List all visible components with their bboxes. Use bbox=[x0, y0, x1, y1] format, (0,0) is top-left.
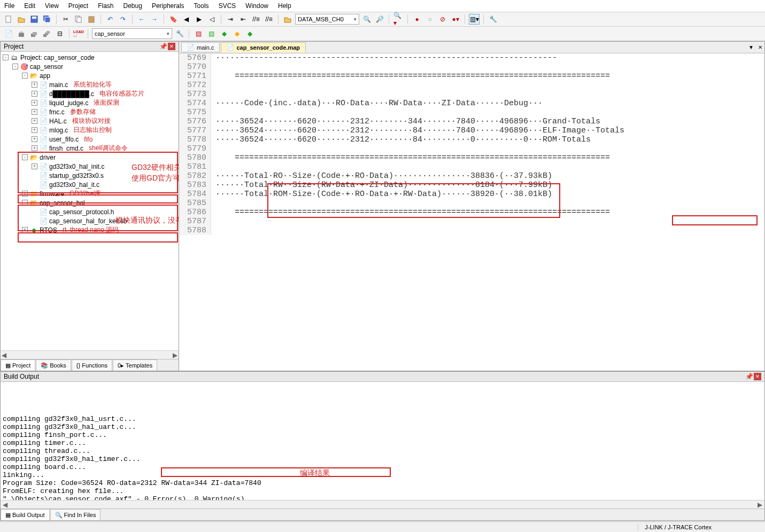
search-combo[interactable]: DATA_MSB_CH0 bbox=[295, 14, 359, 25]
menu-peripherals[interactable]: Peripherals bbox=[152, 2, 184, 10]
project-root[interactable]: Project: cap_sensor_code bbox=[20, 54, 95, 61]
project-tree[interactable]: -🗂Project: cap_sensor_code -🎯cap_sensor … bbox=[1, 52, 179, 350]
tree-toggle-icon[interactable]: - bbox=[22, 73, 28, 79]
menu-tools[interactable]: Tools bbox=[194, 2, 209, 10]
bookmark-set-icon[interactable]: 🔖 bbox=[168, 14, 179, 25]
find-next-icon[interactable]: 🔍 bbox=[361, 14, 372, 25]
breakpoint-kill-all-icon[interactable]: ●▾ bbox=[450, 14, 461, 25]
menu-file[interactable]: File bbox=[4, 2, 14, 10]
menu-debug[interactable]: Debug bbox=[123, 2, 142, 10]
target-options-icon[interactable]: 🔧 bbox=[174, 28, 185, 39]
tab-templates[interactable]: 0▸Templates bbox=[113, 359, 157, 371]
nav-back-icon[interactable]: ← bbox=[136, 14, 147, 25]
tree-toggle-icon[interactable]: - bbox=[22, 154, 28, 160]
pin-icon[interactable]: 📌 bbox=[159, 43, 167, 50]
tree-toggle-icon[interactable]: + bbox=[22, 227, 28, 233]
menu-help[interactable]: Help bbox=[278, 2, 291, 10]
target-node[interactable]: cap_sensor bbox=[30, 63, 63, 71]
pin-icon[interactable]: 📌 bbox=[745, 373, 753, 380]
file-gd32-hal-it-c[interactable]: gd32f3x0_hal_it.c bbox=[49, 181, 99, 189]
build-hscroll[interactable]: ◀▶ bbox=[1, 500, 764, 508]
find-in-files-icon[interactable] bbox=[282, 14, 293, 25]
close-panel-icon[interactable]: ✕ bbox=[754, 373, 761, 380]
close-panel-icon[interactable]: ✕ bbox=[168, 43, 175, 50]
tree-toggle-icon[interactable]: + bbox=[32, 91, 37, 97]
file-startup-s[interactable]: startup_gd32f3x0.s bbox=[49, 172, 104, 179]
tab-find-in-files[interactable]: 🔍Find In Files bbox=[50, 509, 101, 520]
file-main-c[interactable]: main.c bbox=[49, 81, 68, 89]
breakpoint-disable-all-icon[interactable]: ⊘ bbox=[437, 14, 448, 25]
menu-project[interactable]: Project bbox=[68, 2, 88, 10]
manage-rte-icon[interactable]: ◆ bbox=[244, 28, 255, 39]
tree-toggle-icon[interactable]: + bbox=[32, 136, 37, 142]
undo-icon[interactable]: ↶ bbox=[105, 14, 115, 25]
file-liquid-judge-c[interactable]: liquid_judge.c bbox=[49, 99, 88, 107]
build-output-text[interactable]: compiling gd32f3x0_hal_usrt.c...compilin… bbox=[1, 382, 764, 500]
tab-map-file[interactable]: 📄cap_sensor_code.map bbox=[221, 42, 306, 52]
window-layout-icon[interactable]: ▥▾ bbox=[469, 14, 480, 25]
manage-project-icon[interactable]: ▤ bbox=[193, 28, 204, 39]
tree-toggle-icon[interactable]: + bbox=[32, 145, 37, 151]
file-keil-lib[interactable]: cap_sensor_hal_for_keil.lib bbox=[49, 217, 127, 225]
indent-icon[interactable]: ⇥ bbox=[225, 14, 236, 25]
file-user-fifo-c[interactable]: user_fifo.c bbox=[49, 136, 79, 143]
tab-books[interactable]: 📚Books bbox=[36, 359, 71, 371]
incremental-find-icon[interactable]: 🔎 bbox=[374, 14, 385, 25]
new-file-icon[interactable] bbox=[3, 14, 14, 25]
save-icon[interactable] bbox=[29, 14, 40, 25]
menu-svcs[interactable]: SVCS bbox=[219, 2, 236, 10]
group-firmware[interactable]: firmware bbox=[40, 190, 64, 198]
tab-close-icon[interactable]: ✕ bbox=[756, 44, 764, 50]
tab-main-c[interactable]: 📄main.c bbox=[181, 42, 220, 52]
manage-multi-project-icon[interactable]: ◆ bbox=[219, 28, 229, 39]
tree-toggle-icon[interactable]: + bbox=[32, 163, 37, 169]
code-view[interactable]: 5769·····-------------------------------… bbox=[179, 53, 764, 371]
file-mlog-c[interactable]: mlog.c bbox=[49, 127, 68, 134]
rebuild-icon[interactable] bbox=[29, 28, 40, 39]
group-driver[interactable]: driver bbox=[40, 154, 56, 161]
select-software-packs-icon[interactable]: ◆ bbox=[231, 28, 242, 39]
paste-icon[interactable] bbox=[86, 14, 97, 25]
menu-window[interactable]: Window bbox=[245, 2, 268, 10]
configure-icon[interactable]: 🔧 bbox=[488, 14, 498, 25]
tab-project[interactable]: ▦Project bbox=[1, 359, 35, 371]
file-hal-c[interactable]: HAL.c bbox=[49, 118, 67, 125]
bookmark-prev-icon[interactable]: ◀ bbox=[181, 14, 191, 25]
menu-view[interactable]: View bbox=[45, 2, 59, 10]
save-all-icon[interactable] bbox=[42, 14, 52, 25]
translate-icon[interactable]: 📄 bbox=[3, 28, 14, 39]
bookmark-next-icon[interactable]: ▶ bbox=[194, 14, 204, 25]
tree-toggle-icon[interactable]: - bbox=[22, 200, 28, 206]
tree-toggle-icon[interactable]: + bbox=[32, 82, 37, 88]
tree-toggle-icon[interactable]: + bbox=[32, 127, 37, 133]
tree-hscroll[interactable]: ◀▶ bbox=[1, 350, 179, 359]
file-protocol-h[interactable]: cap_sensor_protocol.h bbox=[49, 208, 114, 216]
tree-toggle-icon[interactable]: + bbox=[22, 191, 28, 197]
tree-toggle-icon[interactable]: - bbox=[12, 64, 18, 69]
tree-toggle-icon[interactable]: + bbox=[32, 100, 37, 106]
outdent-icon[interactable]: ⇤ bbox=[238, 14, 249, 25]
tree-toggle-icon[interactable]: - bbox=[3, 54, 9, 60]
group-rtos[interactable]: RTOS bbox=[40, 226, 57, 234]
uncomment-icon[interactable]: //≡ bbox=[264, 14, 274, 25]
build-icon[interactable] bbox=[16, 28, 27, 39]
tab-build-output[interactable]: ▦Build Output bbox=[1, 509, 50, 520]
group-app[interactable]: app bbox=[40, 72, 50, 80]
copy-icon[interactable] bbox=[73, 14, 84, 25]
batch-build-icon[interactable] bbox=[42, 28, 52, 39]
target-combo[interactable]: cap_sensor bbox=[92, 28, 172, 39]
group-cap-sensor-hal[interactable]: cap_sensor_hal bbox=[40, 199, 85, 207]
nav-fwd-icon[interactable]: → bbox=[149, 14, 160, 25]
file-extensions-icon[interactable]: ▤ bbox=[206, 28, 217, 39]
comment-icon[interactable]: //≡ bbox=[251, 14, 261, 25]
cut-icon[interactable]: ✂ bbox=[60, 14, 71, 25]
file-sensor-c[interactable]: d████████.c bbox=[49, 90, 94, 98]
tree-toggle-icon[interactable]: + bbox=[32, 109, 37, 115]
breakpoint-insert-icon[interactable]: ● bbox=[412, 14, 422, 25]
menu-flash[interactable]: Flash bbox=[98, 2, 113, 10]
redo-icon[interactable]: ↷ bbox=[118, 14, 128, 25]
tab-dropdown-icon[interactable]: ▼ bbox=[746, 44, 756, 50]
file-fmc-c[interactable]: fmc.c bbox=[49, 108, 65, 116]
open-file-icon[interactable] bbox=[16, 14, 27, 25]
tree-toggle-icon[interactable]: + bbox=[32, 118, 37, 124]
